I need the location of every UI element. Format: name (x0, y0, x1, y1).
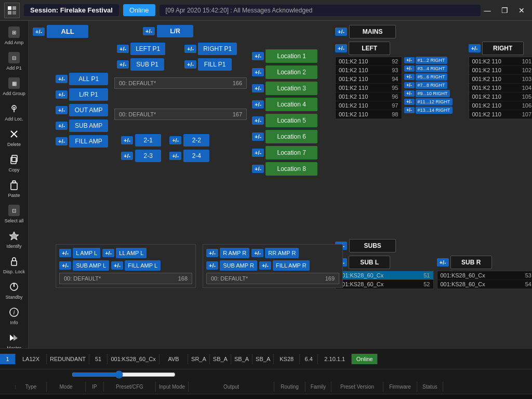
sidebar-item-add-loc[interactable]: Add Loc. (1, 99, 27, 124)
right-grp-1-pm[interactable]: +/- (404, 57, 415, 63)
out-amp-label-button[interactable]: OUT AMP (69, 104, 108, 116)
location-8-btn[interactable]: Location 8 (265, 162, 317, 176)
right-grp-7-pm[interactable]: +/- (404, 107, 415, 113)
right-grp-4-btn[interactable]: #7...8 RIGHT (416, 82, 447, 89)
r-amp-r-pm[interactable]: +/- (206, 249, 218, 257)
matrix-2-3-pm[interactable]: +/- (121, 152, 133, 160)
matrix-2-4-pm[interactable]: +/- (169, 152, 181, 160)
right-p1-pm-button[interactable]: +/- (184, 45, 196, 53)
all-label-button[interactable]: ALL (47, 25, 88, 38)
matrix-2-3-button[interactable]: 2-3 (135, 150, 161, 162)
rr-amp-r-pm[interactable]: +/- (251, 249, 263, 257)
r-amp-r-btn[interactable]: R AMP R (220, 248, 249, 258)
all-p1-pm-button[interactable]: +/- (56, 75, 68, 83)
table-row[interactable]: 001:K2 11092 (336, 57, 402, 66)
fill-amp-l-pm[interactable]: +/- (111, 261, 123, 270)
l-amp-l-pm[interactable]: +/- (59, 249, 71, 257)
sidebar-item-add-p1[interactable]: ⊟ Add P1 (1, 48, 27, 73)
sidebar-item-add-amp[interactable]: ⊞ Add Amp (1, 23, 27, 47)
sidebar-item-disp-lock[interactable]: Disp. Lock (1, 252, 27, 276)
matrix-2-1-button[interactable]: 2-1 (135, 134, 161, 147)
ll-amp-l-btn[interactable]: LL AMP L (116, 248, 147, 258)
all-p1-label-button[interactable]: ALL P1 (69, 73, 108, 85)
right-grp-4-pm[interactable]: +/- (404, 82, 415, 88)
right-grp-3-pm[interactable]: +/- (404, 74, 415, 80)
location-5-pm[interactable]: +/- (252, 116, 264, 125)
lr-label-button[interactable]: L/R (157, 25, 193, 37)
table-row[interactable]: 001:KS28_60_Cx51 (336, 271, 433, 280)
right-grp-2-pm[interactable]: +/- (404, 65, 415, 72)
right-grp-7-btn[interactable]: #13...14 RIGHT (416, 107, 453, 114)
minimize-button[interactable]: — (481, 5, 494, 16)
left-p1-label-button[interactable]: LEFT P1 (130, 43, 165, 55)
device-num[interactable]: 1 (0, 354, 16, 364)
sub-p1-pm-button[interactable]: +/- (117, 60, 129, 69)
right-grp-2-btn[interactable]: #3...4 RIGHT (416, 65, 447, 72)
restore-button[interactable]: ❐ (498, 5, 511, 16)
location-2-pm[interactable]: +/- (252, 68, 264, 76)
device-slider[interactable] (72, 370, 176, 379)
table-row[interactable]: 001:K2 110102 (469, 66, 533, 75)
lr-pm-button[interactable]: +/- (143, 27, 155, 35)
all-pm-button[interactable]: +/- (33, 28, 45, 36)
mains-pm-button[interactable]: +/- (335, 28, 347, 36)
table-row[interactable]: 001:K2 11098 (336, 110, 402, 119)
sidebar-item-master[interactable]: Master (1, 328, 27, 348)
fill-amp-r-btn[interactable]: FILL AMP R (273, 260, 310, 271)
fill-amp-pm-button[interactable]: +/- (56, 137, 68, 145)
location-7-pm[interactable]: +/- (252, 149, 264, 157)
fill-p1-pm-button[interactable]: +/- (184, 60, 196, 69)
table-row[interactable]: 001:KS28_60_Cx54 (437, 280, 533, 289)
rr-amp-r-btn[interactable]: RR AMP R (265, 248, 299, 258)
location-3-btn[interactable]: Location 3 (265, 82, 317, 95)
right-grp-5-pm[interactable]: +/- (404, 90, 415, 97)
location-2-btn[interactable]: Location 2 (265, 65, 317, 79)
table-row[interactable]: 001:K2 11093 (336, 66, 402, 75)
lr-p1-label-button[interactable]: L/R P1 (69, 88, 108, 101)
sidebar-item-copy[interactable]: Copy (1, 150, 27, 175)
ll-amp-l-pm[interactable]: +/- (102, 249, 114, 257)
right-grp-6-btn[interactable]: #11...12 RIGHT (416, 98, 453, 105)
fill-amp-r-pm[interactable]: +/- (259, 261, 271, 270)
sidebar-item-add-group[interactable]: ▦ Add Group (1, 74, 27, 98)
matrix-2-2-button[interactable]: 2-2 (183, 134, 209, 147)
location-7-btn[interactable]: Location 7 (265, 146, 317, 159)
location-6-pm[interactable]: +/- (252, 132, 264, 141)
sidebar-item-info[interactable]: i Info (1, 303, 27, 327)
sidebar-item-identify[interactable]: Identify (1, 227, 27, 251)
table-row[interactable]: 001:K2 110104 (469, 84, 533, 92)
right-p1-label-button[interactable]: RIGHT P1 (198, 43, 237, 55)
subs-label-button[interactable]: SUBS (349, 239, 396, 252)
sub-amp-r-pm[interactable]: +/- (206, 261, 218, 270)
sub-amp-l-pm[interactable]: +/- (59, 261, 71, 270)
left-header-btn[interactable]: LEFT (349, 42, 390, 55)
right-header-btn[interactable]: RIGHT (482, 42, 524, 55)
table-row[interactable]: 001:K2 11096 (336, 92, 402, 101)
sub-amp-pm-button[interactable]: +/- (56, 122, 68, 130)
matrix-2-1-pm[interactable]: +/- (121, 136, 133, 144)
right-grp-3-btn[interactable]: #5...6 RIGHT (416, 73, 447, 81)
right-grp-6-pm[interactable]: +/- (404, 99, 415, 105)
sub-p1-label-button[interactable]: SUB P1 (130, 58, 164, 71)
lr-p1-pm-button[interactable]: +/- (56, 90, 68, 99)
sub-l-btn[interactable]: SUB L (349, 256, 390, 269)
fill-p1-label-button[interactable]: FILL P1 (198, 58, 232, 71)
close-button[interactable]: ✕ (515, 5, 528, 16)
sub-amp-r-btn[interactable]: SUB AMP R (220, 260, 257, 271)
sub-r-btn[interactable]: SUB R (450, 256, 492, 269)
fill-amp-label-button[interactable]: FILL AMP (69, 135, 108, 148)
right-header-pm[interactable]: +/- (469, 44, 481, 52)
table-row[interactable]: 001:K2 11097 (336, 101, 402, 110)
left-header-pm[interactable]: +/- (335, 44, 347, 52)
table-row[interactable]: 001:KS28_60_Cx53 (437, 271, 533, 280)
right-grp-1-btn[interactable]: #1...2 RIGHT (416, 57, 447, 64)
sidebar-item-delete[interactable]: Delete (1, 125, 27, 149)
table-row[interactable]: 001:KS28_60_Cx52 (336, 280, 433, 289)
left-p1-pm-button[interactable]: +/- (117, 45, 129, 53)
table-row[interactable]: 001:K2 11095 (336, 84, 402, 92)
sidebar-item-select-all[interactable]: ⊡ Select all (1, 201, 27, 225)
sidebar-item-paste[interactable]: Paste (1, 176, 27, 200)
location-3-pm[interactable]: +/- (252, 84, 264, 92)
sub-amp-label-button[interactable]: SUB AMP (69, 119, 108, 132)
matrix-2-4-button[interactable]: 2-4 (183, 150, 209, 162)
